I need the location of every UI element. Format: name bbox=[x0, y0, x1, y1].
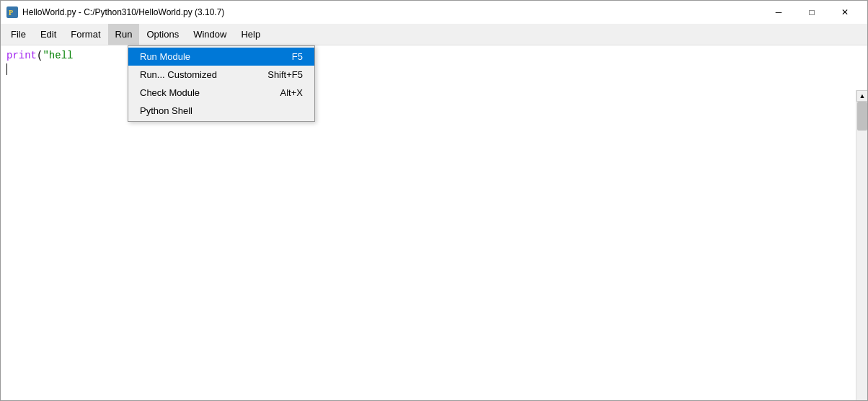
scrollbar-up-arrow[interactable]: ▲ bbox=[856, 90, 867, 102]
dropdown-run-customized-label: Run... Customized bbox=[140, 69, 244, 80]
dropdown-python-shell-label: Python Shell bbox=[140, 105, 280, 116]
dropdown-run-module[interactable]: Run Module F5 bbox=[128, 48, 314, 66]
vertical-scrollbar[interactable]: ▲ bbox=[856, 90, 867, 400]
dropdown-run-module-label: Run Module bbox=[140, 51, 269, 62]
dropdown-check-module[interactable]: Check Module Alt+X bbox=[128, 84, 314, 102]
title-bar-controls: ─ □ ✕ bbox=[762, 1, 862, 24]
dropdown-python-shell[interactable]: Python Shell bbox=[128, 102, 314, 120]
dropdown-check-module-shortcut: Alt+X bbox=[280, 87, 303, 98]
menu-window[interactable]: Window bbox=[186, 24, 234, 45]
menu-run[interactable]: Run bbox=[108, 24, 140, 45]
title-bar: P HelloWorld.py - C:/Python310/HelloWorl… bbox=[1, 1, 867, 24]
minimize-button[interactable]: ─ bbox=[762, 1, 795, 24]
code-string: "hell bbox=[43, 48, 73, 63]
app-icon: P bbox=[6, 6, 18, 18]
menu-format[interactable]: Format bbox=[63, 24, 107, 45]
menu-options[interactable]: Options bbox=[139, 24, 186, 45]
run-dropdown-menu: Run Module F5 Run... Customized Shift+F5… bbox=[128, 45, 315, 122]
maximize-button[interactable]: □ bbox=[795, 1, 828, 24]
title-bar-left: P HelloWorld.py - C:/Python310/HelloWorl… bbox=[6, 6, 224, 18]
svg-text:P: P bbox=[9, 9, 13, 17]
dropdown-run-customized[interactable]: Run... Customized Shift+F5 bbox=[128, 66, 314, 84]
menu-bar: File Edit Format Run Options Window Help… bbox=[1, 24, 867, 45]
dropdown-check-module-label: Check Module bbox=[140, 87, 257, 98]
window-title: HelloWorld.py - C:/Python310/HelloWorld.… bbox=[22, 7, 224, 17]
code-print-keyword: print bbox=[6, 48, 37, 63]
menu-edit[interactable]: Edit bbox=[33, 24, 63, 45]
menu-help[interactable]: Help bbox=[234, 24, 267, 45]
scrollbar-thumb[interactable] bbox=[857, 102, 867, 131]
text-cursor bbox=[6, 63, 7, 75]
dropdown-run-module-shortcut: F5 bbox=[292, 51, 303, 62]
dropdown-run-customized-shortcut: Shift+F5 bbox=[267, 69, 303, 80]
close-button[interactable]: ✕ bbox=[828, 1, 862, 24]
app-window: P HelloWorld.py - C:/Python310/HelloWorl… bbox=[1, 1, 867, 400]
code-open-paren: ( bbox=[37, 48, 43, 63]
menu-file[interactable]: File bbox=[4, 24, 33, 45]
